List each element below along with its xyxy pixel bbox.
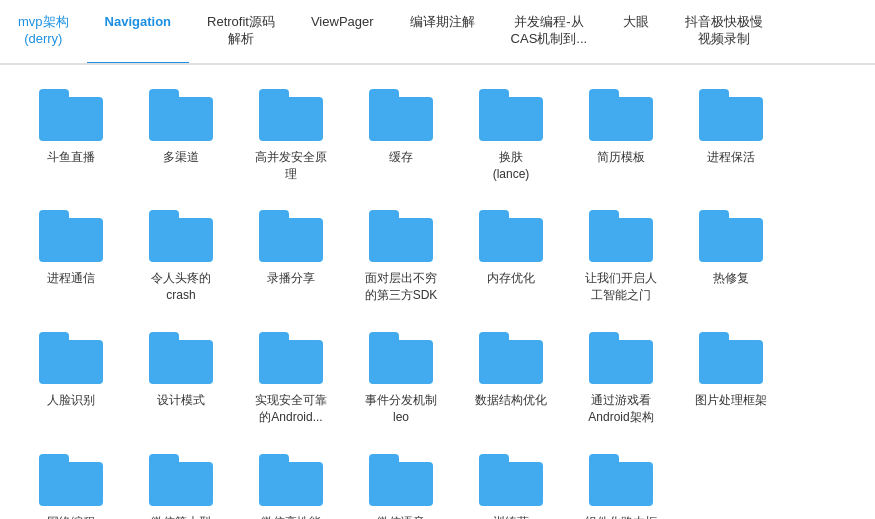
folder-icon (479, 454, 543, 506)
folder-icon (39, 332, 103, 384)
folder-item[interactable]: 事件分发机制 leo (346, 328, 456, 430)
folder-icon (369, 454, 433, 506)
folder-label: 多渠道 (163, 149, 199, 166)
folder-icon (149, 89, 213, 141)
folder-label: 训练营 (493, 514, 529, 519)
folder-label: 面对层出不穷 的第三方SDK (365, 270, 438, 304)
folder-item[interactable]: 缓存 (346, 85, 456, 187)
folder-item[interactable]: 人脸识别 (16, 328, 126, 430)
folder-label: 组件化路由框 架 (585, 514, 657, 519)
folder-label: 简历模板 (597, 149, 645, 166)
folder-label: 网络编程 (47, 514, 95, 519)
folder-item[interactable]: 高并发安全原 理 (236, 85, 346, 187)
folder-label: 图片处理框架 (695, 392, 767, 409)
folder-icon (39, 454, 103, 506)
folder-icon (589, 332, 653, 384)
folder-label: 事件分发机制 leo (365, 392, 437, 426)
folder-label: 进程保活 (707, 149, 755, 166)
folder-label: 微信高性能 MMKV (261, 514, 321, 519)
folder-item[interactable]: 多渠道 (126, 85, 236, 187)
folder-icon (589, 89, 653, 141)
folder-icon (259, 210, 323, 262)
folder-icon (149, 454, 213, 506)
folder-icon (699, 210, 763, 262)
folder-item[interactable]: 斗鱼直播 (16, 85, 126, 187)
folder-label: 令人头疼的 crash (151, 270, 211, 304)
folder-icon (149, 332, 213, 384)
folder-item[interactable]: 数据结构优化 (456, 328, 566, 430)
folder-label: 设计模式 (157, 392, 205, 409)
folder-item[interactable]: 面对层出不穷 的第三方SDK (346, 206, 456, 308)
folder-icon (369, 89, 433, 141)
folder-item[interactable]: 组件化路由框 架 (566, 450, 676, 519)
folder-label: 让我们开启人 工智能之门 (585, 270, 657, 304)
folder-label: 人脸识别 (47, 392, 95, 409)
tab-retrofit[interactable]: Retrofit源码 解析 (189, 0, 293, 65)
folder-icon (259, 332, 323, 384)
folder-item[interactable]: 内存优化 (456, 206, 566, 308)
folder-label: 录播分享 (267, 270, 315, 287)
folder-item[interactable]: 网络编程 (16, 450, 126, 519)
folder-icon (259, 454, 323, 506)
folder-label: 缓存 (389, 149, 413, 166)
folder-icon (479, 332, 543, 384)
folder-icon (39, 210, 103, 262)
folder-label: 内存优化 (487, 270, 535, 287)
folder-label: 热修复 (713, 270, 749, 287)
folder-item[interactable]: 令人头疼的 crash (126, 206, 236, 308)
folder-label: 通过游戏看 Android架构 (588, 392, 653, 426)
tab-bianyiqi[interactable]: 编译期注解 (392, 0, 493, 65)
folder-icon (479, 210, 543, 262)
folder-item[interactable]: 微信语音 (346, 450, 456, 519)
folder-label: 进程通信 (47, 270, 95, 287)
folder-label: 数据结构优化 (475, 392, 547, 409)
folder-icon (589, 454, 653, 506)
folder-icon (149, 210, 213, 262)
folder-item[interactable]: 进程保活 (676, 85, 786, 187)
folder-item[interactable]: 进程通信 (16, 206, 126, 308)
folder-label: 微信语音 (377, 514, 425, 519)
folder-icon (699, 332, 763, 384)
folder-icon (369, 332, 433, 384)
tab-dayan[interactable]: 大眼 (605, 0, 667, 65)
folder-item[interactable]: 简历模板 (566, 85, 676, 187)
folder-label: 高并发安全原 理 (255, 149, 327, 183)
folder-item[interactable]: 换肤 (lance) (456, 85, 566, 187)
folder-label: 微信等大型 APP多模块... (146, 514, 216, 519)
folder-item[interactable]: 图片处理框架 (676, 328, 786, 430)
tab-bingfa[interactable]: 并发编程-从 CAS机制到... (493, 0, 606, 65)
tab-douyin[interactable]: 抖音极快极慢 视频录制 (667, 0, 781, 65)
folder-item[interactable]: 实现安全可靠 的Android... (236, 328, 346, 430)
tab-bar: mvp架构 (derry)NavigationRetrofit源码 解析View… (0, 0, 875, 65)
folder-label: 换肤 (lance) (493, 149, 530, 183)
folder-item[interactable]: 热修复 (676, 206, 786, 308)
folder-icon (699, 89, 763, 141)
folder-item[interactable]: 训练营 (456, 450, 566, 519)
folder-item[interactable]: 微信高性能 MMKV (236, 450, 346, 519)
folder-item[interactable]: 微信等大型 APP多模块... (126, 450, 236, 519)
folder-label: 斗鱼直播 (47, 149, 95, 166)
tab-viewpager[interactable]: ViewPager (293, 0, 392, 65)
folder-icon (259, 89, 323, 141)
folder-item[interactable]: 让我们开启人 工智能之门 (566, 206, 676, 308)
folder-item[interactable]: 设计模式 (126, 328, 236, 430)
tab-mvp[interactable]: mvp架构 (derry) (0, 0, 87, 65)
folder-grid: 斗鱼直播多渠道高并发安全原 理缓存换肤 (lance)简历模板进程保活进程通信令… (16, 85, 859, 519)
folder-icon (369, 210, 433, 262)
folder-icon (39, 89, 103, 141)
folder-label: 实现安全可靠 的Android... (255, 392, 327, 426)
content-area: 斗鱼直播多渠道高并发安全原 理缓存换肤 (lance)简历模板进程保活进程通信令… (0, 65, 875, 519)
folder-icon (589, 210, 653, 262)
folder-item[interactable]: 录播分享 (236, 206, 346, 308)
folder-icon (479, 89, 543, 141)
tab-navigation[interactable]: Navigation (87, 0, 189, 65)
folder-item[interactable]: 通过游戏看 Android架构 (566, 328, 676, 430)
